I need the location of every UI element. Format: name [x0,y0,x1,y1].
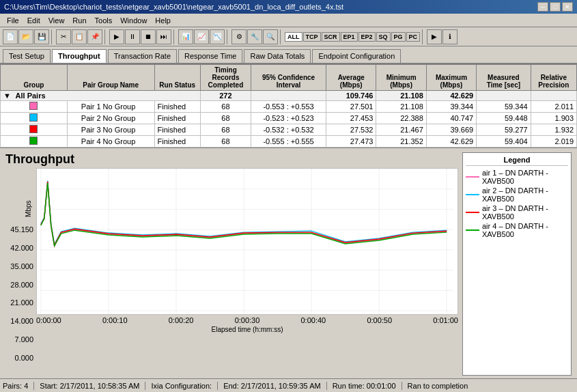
pair-icon-3 [1,124,68,136]
toolbar-btn-18[interactable]: ℹ [442,29,458,44]
pair-minimum-3: 21.467 [376,124,426,136]
toolbar-btn-13[interactable]: 📉 [210,29,225,44]
status-end: End: 2/17/2011, 10:59:35 AM [223,382,327,390]
pair-minimum-2: 22.388 [376,113,426,124]
pair-row-1: Pair 1 No Group Finished 68 -0.553 : +0.… [1,101,577,113]
title-bar: C:\Users\Tim\Desktop\chariot_tests\netge… [0,0,577,14]
menu-edit[interactable]: Edit [23,15,44,26]
menu-file[interactable]: File [3,15,23,26]
pair-records-3: 68 [200,124,251,136]
badge-sq[interactable]: SQ [376,32,391,42]
toolbar-btn-14[interactable]: ⚙ [231,29,247,44]
toolbar-btn-1[interactable]: 📄 [3,29,18,44]
toolbar-btn-11[interactable]: 📊 [178,29,193,44]
toolbar-btn-4[interactable]: ✂ [56,29,71,44]
legend-title: Legend [466,156,568,166]
pair-status-1: Finished [154,101,200,113]
menu-run[interactable]: Run [68,15,90,26]
maximize-button[interactable]: □ [550,2,561,12]
badge-tcp[interactable]: TCP [303,32,321,42]
badge-pc[interactable]: PC [406,32,421,42]
toolbar-btn-7[interactable]: ▶ [109,29,124,44]
tab-transaction-rate[interactable]: Transaction Rate [108,49,177,63]
badge-pg[interactable]: PG [391,32,406,42]
status-run-time: Run time: 00:01:00 [333,382,402,390]
pair-time-2: 59.448 [477,113,531,124]
tab-response-time[interactable]: Response Time [178,49,242,63]
toolbar-btn-9[interactable]: ⏹ [141,29,156,44]
toolbar-btn-10[interactable]: ⏭ [156,29,171,44]
y-axis-label: Mbps [24,201,31,217]
all-pairs-row: ▼ All Pairs 272 109.746 21.108 42.629 [1,91,577,101]
legend-color-2 [466,194,479,195]
all-pairs-maximum: 42.629 [426,91,476,101]
pair-icon-4 [1,136,68,148]
tab-endpoint-config[interactable]: Endpoint Configuration [312,49,401,63]
toolbar-btn-16[interactable]: 🔍 [263,29,278,44]
pair-time-4: 59.404 [477,136,531,148]
toolbar-btn-12[interactable]: 📈 [194,29,209,44]
toolbar-btn-6[interactable]: 📌 [87,29,102,44]
badge-ep1[interactable]: EP1 [341,32,358,42]
pair-average-2: 27.453 [326,113,376,124]
tab-test-setup[interactable]: Test Setup [3,49,51,63]
toolbar-btn-3[interactable]: 💾 [34,29,49,44]
toolbar-btn-8[interactable]: ⏸ [125,29,140,44]
x-axis-label: Elapsed time (h:mm:ss) [36,326,458,333]
close-button[interactable]: ✕ [562,2,573,12]
legend-item-2: air 2 – DN DARTH -XAVB500 [466,186,568,203]
col-header-confidence: 95% Confidence Interval [251,65,326,91]
toolbar-sep-6 [422,29,425,44]
menu-help[interactable]: Help [151,15,175,26]
pair-status-3: Finished [154,124,200,136]
tab-throughput[interactable]: Throughput [52,49,107,63]
pair-id-1: Pair 1 No Group [67,101,154,113]
status-completion: Ran to completion [408,382,474,390]
toolbar-sep-4 [227,29,229,44]
toolbar-btn-17[interactable]: ▶ [427,29,442,44]
pair-icon-1 [1,101,68,113]
pair-icon-2 [1,113,68,124]
pair-maximum-3: 39.669 [426,124,476,136]
badge-all[interactable]: ALL [285,32,302,42]
pair-time-1: 59.344 [477,101,531,113]
chart-row: Throughput Mbps 45.150 42.000 35.000 28.… [0,148,577,378]
pair-precision-2: 1.903 [531,113,576,124]
table-area: Group Pair Group Name Run Status Timing … [0,64,577,148]
menu-view[interactable]: View [44,15,69,26]
all-pairs-expand[interactable]: ▼ All Pairs [1,91,201,101]
legend-color-1 [466,176,479,178]
legend-color-3 [466,212,479,213]
badge-scr[interactable]: SCR [322,32,340,42]
results-table: Group Pair Group Name Run Status Timing … [0,64,577,148]
pair-average-4: 27.473 [326,136,376,148]
pair-precision-3: 1.932 [531,124,576,136]
toolbar-btn-15[interactable]: 🔧 [247,29,262,44]
chart-svg [36,168,458,315]
menu-window[interactable]: Window [116,15,151,26]
all-pairs-precision [531,91,576,101]
menu-tools[interactable]: Tools [91,15,117,26]
legend-item-1: air 1 – DN DARTH -XAVB500 [466,169,568,185]
toolbar-btn-5[interactable]: 📋 [72,29,87,44]
toolbar: 📄 📂 💾 ✂ 📋 📌 ▶ ⏸ ⏹ ⏭ 📊 📈 📉 ⚙ 🔧 🔍 ALL TCP … [0,27,577,46]
minimize-button[interactable]: ─ [537,2,548,12]
toolbar-sep-5 [280,29,283,44]
toolbar-btn-2[interactable]: 📂 [18,29,33,44]
pair-confidence-4: -0.555 : +0.555 [251,136,326,148]
pair-row-2: Pair 2 No Group Finished 68 -0.523 : +0.… [1,113,577,124]
legend-label-2: air 2 – DN DARTH -XAVB500 [482,186,568,203]
legend-panel: Legend air 1 – DN DARTH -XAVB500 air 2 –… [462,152,572,376]
pair-time-3: 59.277 [477,124,531,136]
content-wrapper: Group Pair Group Name Run Status Timing … [0,64,577,378]
pair-average-1: 27.501 [326,101,376,113]
pair-maximum-1: 39.344 [426,101,476,113]
legend-label-4: air 4 – DN DARTH -XAVB500 [482,222,568,238]
col-header-average: Average (Mbps) [326,65,376,91]
pair-id-4: Pair 4 No Group [67,136,154,148]
badge-ep2[interactable]: EP2 [358,32,376,42]
tab-bar: Test Setup Throughput Transaction Rate R… [0,46,577,64]
all-pairs-time [477,91,531,101]
pair-confidence-1: -0.553 : +0.553 [251,101,326,113]
tab-raw-data-totals[interactable]: Raw Data Totals [244,49,311,63]
